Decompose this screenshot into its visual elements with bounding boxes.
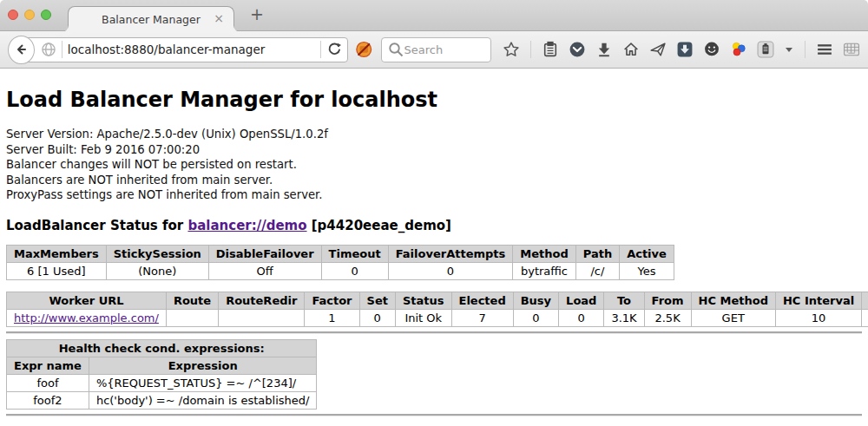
column-header: StickySession (106, 245, 208, 262)
section-divider (6, 331, 862, 333)
plugin-blocked-icon[interactable] (355, 40, 372, 59)
send-plane-icon[interactable] (649, 41, 667, 58)
back-button[interactable] (8, 36, 35, 64)
cell: /c/ (575, 262, 619, 279)
health-check-expressions: Health check cond. expressions:Expr name… (6, 339, 862, 410)
page-title: Load Balancer Manager for localhost (6, 69, 862, 112)
cell: 6 [1 Used] (7, 262, 107, 279)
cell: Off (208, 262, 321, 279)
column-header: Route (166, 292, 218, 309)
toolbar-icons (503, 41, 860, 58)
heading-suffix: [p4420eeae_demo] (307, 218, 451, 233)
container-battery-icon[interactable] (757, 41, 774, 58)
cell (166, 309, 218, 326)
tab-title: Balancer Manager (102, 13, 201, 26)
proxypass-note-line: ProxyPass settings are NOT inherited fro… (6, 187, 862, 203)
column-header: MaxMembers (7, 245, 107, 262)
color-dots-icon[interactable] (730, 41, 747, 58)
column-header: Passes (862, 292, 868, 309)
cell: 0 (559, 309, 604, 326)
page-end-divider (6, 414, 862, 416)
column-header: Factor (305, 292, 359, 309)
table-row: 6 [1 Used](None)Off00bytraffic/c/Yes (7, 262, 674, 279)
bookmarks-clipboard-icon[interactable] (542, 41, 559, 58)
back-arrow-icon (13, 42, 29, 57)
column-header: FailoverAttempts (388, 245, 513, 262)
urlbar-divider (320, 41, 321, 58)
server-built-line: Server Built: Feb 9 2016 07:00:20 (6, 142, 862, 158)
column-header: Timeout (321, 245, 388, 262)
cell: 0 (513, 309, 558, 326)
cell: foof (7, 374, 89, 391)
worker-url-link[interactable]: http://www.example.com/ (14, 311, 159, 324)
column-header: Elected (451, 292, 513, 309)
menu-hamburger-icon[interactable] (816, 41, 833, 58)
column-header: Status (395, 292, 451, 309)
reload-icon[interactable] (326, 41, 343, 58)
column-header: HC Interval (775, 292, 861, 309)
column-header: Expression (89, 357, 317, 374)
column-header: Active (620, 245, 674, 262)
balancers-note-line: Balancers are NOT inherited from main se… (6, 173, 862, 188)
pocket-icon[interactable] (569, 41, 586, 58)
balancer-demo-link[interactable]: balancer://demo (187, 218, 306, 233)
cell: GET (691, 309, 775, 326)
cell: 0 (388, 262, 513, 279)
worker-status: Worker URLRouteRouteRedirFactorSetStatus… (6, 292, 862, 327)
cell: 3.1K (604, 309, 644, 326)
downloads-icon[interactable] (595, 41, 613, 58)
cell: 0 (359, 309, 395, 326)
search-field[interactable] (381, 37, 491, 62)
close-window-button[interactable] (8, 10, 18, 20)
window-controls (8, 10, 51, 20)
cell: hc('body') =~ /domain is established/ (89, 391, 317, 409)
search-icon (387, 41, 404, 58)
toolbar-divider (530, 41, 531, 58)
tab-balancer-manager[interactable]: Balancer Manager × (68, 6, 234, 32)
server-version-line: Server Version: Apache/2.5.0-dev (Unix) … (6, 127, 862, 142)
bookmark-star-icon[interactable] (503, 41, 520, 58)
cell: 1 (0) (862, 309, 868, 326)
column-header: Worker URL (7, 292, 167, 309)
cell: Yes (620, 262, 674, 279)
cell: 7 (451, 309, 513, 326)
zoom-window-button[interactable] (41, 10, 51, 20)
keyboard-grid-icon[interactable] (843, 41, 860, 58)
close-tab-icon[interactable]: × (214, 11, 224, 25)
column-header: DisableFailover (208, 245, 321, 262)
cell: bytraffic (513, 262, 575, 279)
health-check-expressions-table: Health check cond. expressions:Expr name… (6, 339, 317, 410)
cell: foof2 (7, 391, 89, 409)
column-header: RouteRedir (219, 292, 305, 309)
column-header: Method (513, 245, 575, 262)
browser-window: Balancer Manager × + (0, 0, 868, 426)
balancer-settings-table: MaxMembersStickySessionDisableFailoverTi… (6, 245, 674, 280)
chat-smiley-icon[interactable] (703, 41, 720, 58)
navigation-toolbar (0, 31, 868, 69)
overflow-caret-icon[interactable] (784, 41, 794, 58)
minimize-window-button[interactable] (24, 10, 35, 20)
column-header: To (604, 292, 644, 309)
server-info: Server Version: Apache/2.5.0-dev (Unix) … (6, 127, 862, 203)
search-input[interactable] (404, 43, 485, 56)
video-download-icon[interactable] (676, 41, 694, 58)
cell (219, 309, 305, 326)
worker-status-table: Worker URLRouteRouteRedirFactorSetStatus… (6, 292, 868, 327)
cell: 1 (305, 309, 359, 326)
column-header: Expr name (7, 357, 89, 374)
cell: %{REQUEST_STATUS} =~ /^[234]/ (89, 374, 317, 391)
page-content: Load Balancer Manager for localhost Serv… (0, 69, 868, 425)
url-input[interactable] (62, 43, 320, 56)
new-tab-button[interactable]: + (250, 4, 264, 23)
table-title: Health check cond. expressions: (7, 339, 317, 357)
table-row: foof2hc('body') =~ /domain is establishe… (7, 391, 317, 409)
globe-icon (40, 41, 57, 58)
column-header: Path (575, 245, 619, 262)
cell: Init Ok (395, 309, 451, 326)
cell: http://www.example.com/ (7, 309, 167, 326)
column-header: Busy (513, 292, 558, 309)
url-bar[interactable] (20, 37, 348, 62)
home-icon[interactable] (622, 41, 640, 58)
cell: (None) (106, 262, 208, 279)
cell: 2.5K (644, 309, 691, 326)
